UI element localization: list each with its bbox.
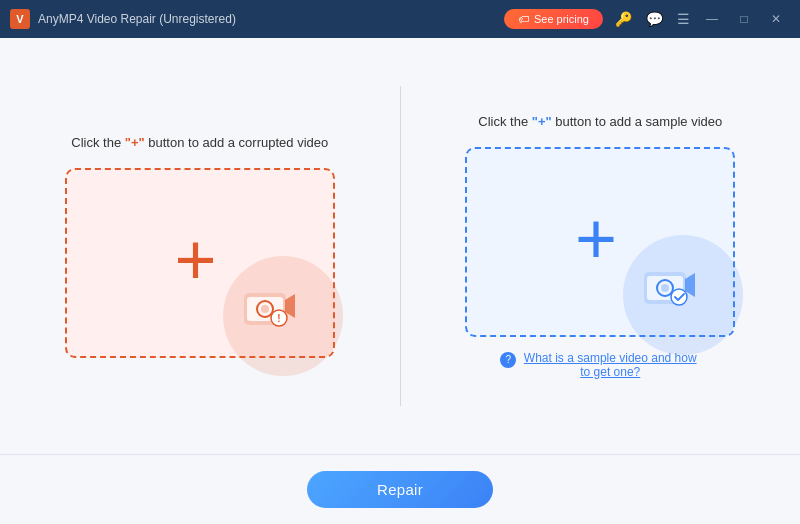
sample-plus-icon: + (575, 202, 617, 274)
svg-point-9 (661, 284, 669, 292)
help-link-text: What is a sample video and how to get on… (520, 351, 700, 379)
sample-help-link[interactable]: ? What is a sample video and how to get … (500, 351, 700, 379)
corrupted-camera-icon: ! (243, 284, 301, 328)
corrupted-plus-symbol: "+" (125, 135, 145, 150)
help-icon: ? (500, 352, 516, 368)
app-title: AnyMP4 Video Repair (Unregistered) (38, 12, 504, 26)
titlebar: V AnyMP4 Video Repair (Unregistered) 🏷 S… (0, 0, 800, 38)
menu-icon[interactable]: ☰ (677, 11, 690, 27)
see-pricing-button[interactable]: 🏷 See pricing (504, 9, 603, 29)
sample-instruction: Click the "+" button to add a sample vid… (478, 114, 722, 129)
app-window: V AnyMP4 Video Repair (Unregistered) 🏷 S… (0, 0, 800, 524)
corrupted-plus-icon: + (175, 223, 217, 295)
svg-point-3 (261, 305, 269, 313)
minimize-button[interactable]: — (698, 8, 726, 30)
corrupted-instruction: Click the "+" button to add a corrupted … (71, 135, 328, 150)
bottom-bar: Repair (0, 454, 800, 524)
close-button[interactable]: ✕ (762, 8, 790, 30)
main-content: Click the "+" button to add a corrupted … (0, 38, 800, 454)
titlebar-icons: 🔑 💬 ☰ (615, 11, 690, 27)
key-icon[interactable]: 🔑 (615, 11, 632, 27)
svg-point-10 (671, 289, 687, 305)
corrupted-dropzone[interactable]: + ! (65, 168, 335, 358)
app-logo: V (10, 9, 30, 29)
corrupted-panel: Click the "+" button to add a corrupted … (0, 105, 400, 388)
sample-plus-symbol: "+" (532, 114, 552, 129)
sample-dropzone[interactable]: + (465, 147, 735, 337)
panels-container: Click the "+" button to add a corrupted … (0, 38, 800, 454)
sample-camera-icon (643, 263, 701, 307)
pricing-icon: 🏷 (518, 13, 529, 25)
window-controls: — □ ✕ (698, 8, 790, 30)
chat-icon[interactable]: 💬 (646, 11, 663, 27)
svg-text:!: ! (277, 313, 280, 324)
pricing-label: See pricing (534, 13, 589, 25)
repair-button[interactable]: Repair (307, 471, 493, 508)
sample-panel: Click the "+" button to add a sample vid… (401, 84, 801, 409)
maximize-button[interactable]: □ (730, 8, 758, 30)
